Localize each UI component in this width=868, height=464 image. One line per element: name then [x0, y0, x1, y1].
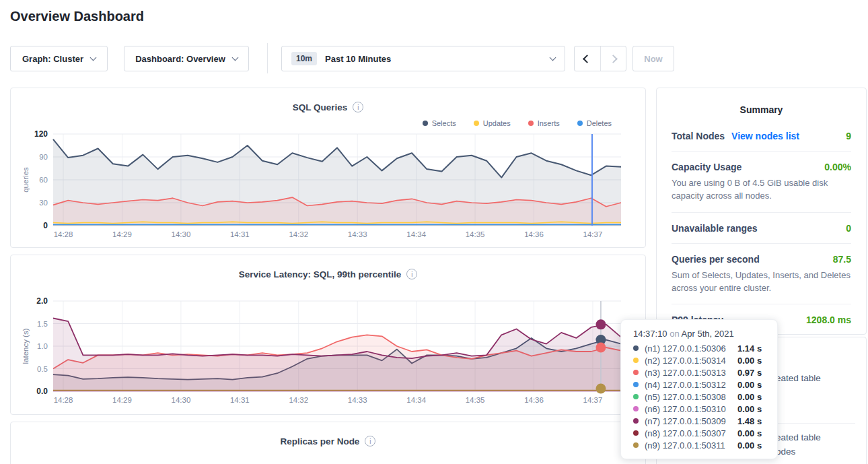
dashboard-dropdown-label: Dashboard: Overview [135, 54, 225, 64]
series-dot-icon [633, 430, 639, 436]
time-back-button[interactable] [575, 46, 600, 71]
toolbar-divider [267, 43, 268, 73]
tooltip-node-label: (n8) 127.0.0.1:50307 [645, 428, 737, 438]
series-dot-icon [633, 382, 639, 387]
summary-value: 0.00% [824, 162, 851, 172]
legend-item[interactable]: Inserts [528, 119, 560, 127]
svg-text:60: 60 [39, 176, 48, 184]
page-title: Overview Dashboard [10, 9, 144, 24]
event-text-fragment[interactable]: odes [776, 446, 795, 457]
summary-description: You are using 0 B of 4.5 GiB usable disk… [672, 177, 851, 203]
legend-label: Updates [483, 119, 511, 127]
legend-item[interactable]: Selects [423, 119, 456, 127]
svg-text:0: 0 [43, 221, 48, 230]
svg-text:14:36: 14:36 [524, 396, 544, 404]
legend-dot-icon [474, 121, 479, 126]
tooltip-time: 14:37:10 [633, 329, 667, 339]
tooltip-node-value: 1.48 s [737, 416, 762, 426]
tooltip-rows: (n1) 127.0.0.1:50306 1.14 s (n2) 127.0.0… [633, 342, 777, 451]
legend-item[interactable]: Deletes [577, 119, 612, 127]
tooltip-node-value: 1.14 s [737, 343, 762, 354]
time-step-buttons [574, 46, 626, 71]
svg-text:queries: queries [22, 167, 30, 193]
svg-text:14:31: 14:31 [230, 230, 250, 238]
svg-text:latency (s): latency (s) [22, 328, 30, 364]
svg-text:14:35: 14:35 [466, 230, 485, 238]
legend-label: Deletes [587, 119, 612, 127]
tooltip-row: (n8) 127.0.0.1:50307 0.00 s [633, 427, 777, 439]
now-button[interactable]: Now [632, 46, 674, 71]
tooltip-row: (n6) 127.0.0.1:50310 0.00 s [633, 403, 777, 415]
series-dot-icon [633, 370, 639, 375]
legend-item[interactable]: Updates [474, 119, 511, 127]
tooltip-node-value: 0.97 s [737, 368, 762, 378]
series-dot-icon [633, 418, 639, 424]
chart-legend: Selects Updates Inserts Deletes [423, 119, 612, 127]
svg-text:1.0: 1.0 [37, 342, 48, 350]
svg-text:14:32: 14:32 [289, 396, 308, 404]
time-range-label: Past 10 Minutes [325, 54, 391, 64]
dashboard-dropdown[interactable]: Dashboard: Overview [124, 46, 249, 71]
info-icon[interactable]: i [365, 436, 375, 446]
tooltip-node-label: (n9) 127.0.0.1:50311 [645, 440, 737, 451]
svg-text:14:31: 14:31 [230, 396, 250, 404]
tooltip-node-value: 0.00 s [737, 440, 762, 451]
svg-text:0.5: 0.5 [37, 365, 48, 373]
series-dot-icon [633, 358, 639, 363]
svg-text:14:33: 14:33 [348, 396, 367, 404]
view-nodes-list-link[interactable]: View nodes list [731, 131, 799, 141]
graph-dropdown-label: Graph: Cluster [22, 54, 83, 64]
chart-title: SQL Queries [293, 102, 348, 112]
summary-row-capacity: Capacity Usage 0.00% You are using 0 B o… [672, 152, 851, 213]
svg-text:14:30: 14:30 [172, 396, 191, 404]
tooltip-node-label: (n7) 127.0.0.1:50309 [645, 416, 737, 426]
chevron-right-icon [609, 55, 618, 63]
tooltip-node-label: (n2) 127.0.0.1:50314 [645, 356, 737, 366]
svg-text:14:28: 14:28 [54, 230, 73, 238]
tooltip-node-label: (n1) 127.0.0.1:50306 [645, 343, 737, 354]
graph-dropdown[interactable]: Graph: Cluster [10, 46, 108, 71]
event-text-fragment[interactable]: eated table [776, 432, 821, 442]
tooltip-node-label: (n3) 127.0.0.1:50313 [645, 368, 737, 378]
info-icon[interactable]: i [353, 102, 363, 112]
tooltip-node-value: 0.00 s [737, 392, 762, 402]
svg-text:30: 30 [39, 199, 48, 207]
tooltip-row: (n5) 127.0.0.1:50308 0.00 s [633, 391, 777, 403]
event-text-fragment[interactable]: eated table [776, 373, 821, 383]
tooltip-row: (n4) 127.0.0.1:50312 0.00 s [633, 378, 777, 391]
time-range-badge: 10m [291, 52, 317, 65]
legend-dot-icon [528, 121, 534, 126]
summary-value: 1208.0 ms [806, 314, 851, 325]
tooltip-node-label: (n4) 127.0.0.1:50312 [645, 380, 737, 390]
chart-hover-tooltip: 14:37:10 on Apr 5th, 2021 (n1) 127.0.0.1… [620, 319, 778, 459]
summary-label: Unavailable ranges [672, 223, 758, 234]
svg-text:14:35: 14:35 [466, 396, 485, 404]
tooltip-on: on [670, 329, 679, 339]
summary-row-unavailable-ranges: Unavailable ranges 0 [672, 213, 851, 244]
service-latency-card: 14:2814:2914:3014:3114:3214:3314:3414:35… [10, 255, 646, 415]
chevron-down-icon [231, 54, 238, 61]
series-dot-icon [633, 406, 639, 411]
chevron-left-icon [583, 55, 591, 63]
summary-row-qps: Queries per second 87.5 Sum of Selects, … [672, 244, 851, 305]
svg-text:90: 90 [39, 153, 48, 161]
svg-text:14:33: 14:33 [348, 230, 367, 238]
summary-value: 9 [846, 131, 851, 141]
chart-title: Replicas per Node [281, 436, 360, 446]
tooltip-node-value: 0.00 s [737, 380, 762, 390]
tooltip-node-value: 0.00 s [737, 404, 762, 414]
series-dot-icon [633, 442, 639, 448]
chevron-down-icon [550, 54, 556, 61]
info-icon[interactable]: i [406, 269, 417, 279]
summary-title: Summary [672, 88, 851, 121]
summary-label: Total Nodes [672, 131, 725, 141]
series-dot-icon [633, 345, 639, 351]
summary-panel: Summary Total Nodes View nodes list 9 Ca… [656, 88, 867, 335]
summary-description: Sum of Selects, Updates, Inserts, and De… [672, 269, 851, 295]
series-dot-icon [633, 394, 639, 399]
tooltip-date: Apr 5th, 2021 [682, 329, 734, 339]
time-forward-button[interactable] [600, 46, 626, 71]
sql-queries-card: 14:2814:2914:3014:3114:3214:3314:3414:35… [10, 88, 646, 248]
svg-text:120: 120 [34, 129, 48, 139]
time-range-dropdown[interactable]: 10m Past 10 Minutes [281, 46, 565, 71]
